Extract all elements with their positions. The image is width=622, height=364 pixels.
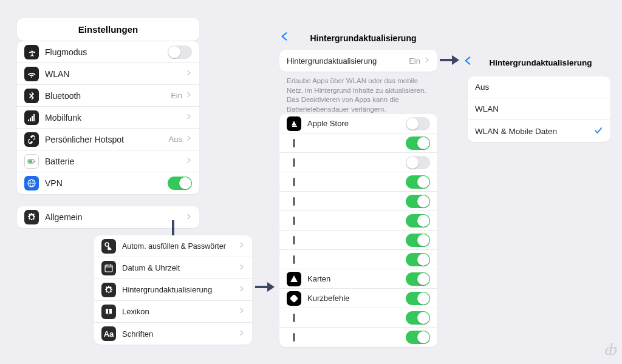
app-toggle[interactable] bbox=[406, 214, 430, 228]
option-row[interactable]: WLAN & Mobile Daten bbox=[468, 120, 610, 142]
row-vpn[interactable]: VPN bbox=[17, 172, 199, 194]
app-label: Apple Store bbox=[307, 119, 406, 128]
row-fonts[interactable]: Aa Schriften bbox=[94, 323, 252, 345]
app-icon bbox=[287, 116, 301, 131]
airplane-icon bbox=[24, 45, 39, 59]
gear-icon bbox=[24, 210, 39, 224]
book-icon bbox=[101, 305, 116, 319]
svg-rect-13 bbox=[35, 161, 35, 162]
app-toggle[interactable] bbox=[406, 253, 430, 266]
back-button[interactable] bbox=[463, 55, 473, 70]
app-row[interactable]: Kurzbefehle bbox=[279, 289, 437, 308]
app-icon-placeholder bbox=[287, 217, 301, 225]
app-icon-placeholder bbox=[287, 236, 301, 244]
app-row[interactable]: Karten bbox=[279, 269, 437, 289]
app-icon bbox=[287, 291, 301, 306]
row-label: Persönlicher Hotspot bbox=[45, 135, 169, 144]
row-background-refresh[interactable]: Hintergrundaktualisierung bbox=[94, 279, 252, 301]
app-toggle[interactable] bbox=[406, 175, 430, 189]
app-toggle[interactable] bbox=[406, 311, 430, 325]
app-label: Kurzbefehle bbox=[307, 294, 406, 303]
app-row[interactable] bbox=[279, 172, 437, 192]
app-icon-placeholder bbox=[287, 139, 301, 147]
airplane-toggle[interactable] bbox=[168, 46, 192, 59]
vpn-toggle[interactable] bbox=[168, 177, 192, 190]
row-label: Schriften bbox=[122, 329, 239, 339]
app-toggle[interactable] bbox=[406, 136, 430, 150]
vpn-icon bbox=[24, 176, 39, 190]
app-row[interactable] bbox=[279, 231, 437, 250]
option-label: WLAN & Mobile Daten bbox=[475, 127, 593, 136]
row-label: Bluetooth bbox=[45, 91, 171, 101]
hotspot-icon bbox=[24, 132, 39, 147]
option-row[interactable]: WLAN bbox=[468, 98, 610, 120]
row-lexicon[interactable]: Lexikon bbox=[94, 301, 252, 323]
row-label: VPN bbox=[45, 178, 168, 188]
option-row[interactable]: Aus bbox=[468, 76, 610, 98]
app-toggle[interactable] bbox=[406, 117, 430, 130]
row-hotspot[interactable]: Persönlicher Hotspot Aus bbox=[17, 129, 199, 150]
row-label: Datum & Uhrzeit bbox=[122, 263, 239, 272]
check-icon bbox=[593, 126, 603, 136]
chevron-right-icon bbox=[239, 241, 245, 251]
app-icon-placeholder bbox=[287, 197, 301, 206]
calendar-icon bbox=[101, 261, 116, 275]
row-label: Mobilfunk bbox=[45, 113, 186, 123]
app-toggle[interactable] bbox=[406, 272, 430, 286]
app-icon-placeholder bbox=[287, 158, 301, 167]
row-label: WLAN bbox=[45, 69, 186, 79]
row-label: Lexikon bbox=[122, 307, 239, 316]
app-toggle[interactable] bbox=[406, 195, 430, 208]
app-icon-placeholder bbox=[287, 314, 301, 322]
app-row[interactable] bbox=[279, 308, 437, 328]
row-label: Flugmodus bbox=[45, 47, 168, 57]
row-autofill-passwords[interactable]: Autom. ausfüllen & Passwörter bbox=[94, 235, 252, 257]
app-row[interactable] bbox=[279, 153, 437, 172]
chevron-right-icon bbox=[186, 212, 192, 223]
option-label: Aus bbox=[475, 83, 603, 92]
option-label: WLAN bbox=[475, 104, 603, 113]
row-wlan[interactable]: WLAN bbox=[17, 63, 199, 85]
chevron-right-icon bbox=[186, 69, 192, 79]
app-row[interactable] bbox=[279, 133, 437, 153]
row-label: Batterie bbox=[45, 157, 186, 166]
row-background-refresh-master[interactable]: Hintergrundaktualisierung Ein bbox=[279, 50, 437, 72]
settings-title: Einstellungen bbox=[17, 18, 199, 41]
fonts-icon: Aa bbox=[101, 326, 116, 341]
app-row[interactable] bbox=[279, 328, 437, 347]
row-date-time[interactable]: Datum & Uhrzeit bbox=[94, 257, 252, 279]
wifi-icon bbox=[24, 67, 39, 81]
cellular-icon bbox=[24, 110, 39, 125]
chevron-right-icon bbox=[424, 56, 430, 66]
app-row[interactable] bbox=[279, 250, 437, 269]
row-label: Autom. ausfüllen & Passwörter bbox=[122, 242, 239, 251]
app-row[interactable] bbox=[279, 192, 437, 211]
bluetooth-icon bbox=[24, 89, 39, 103]
app-row[interactable]: Apple Store bbox=[279, 114, 437, 133]
app-row[interactable] bbox=[279, 211, 437, 231]
row-status: Aus bbox=[169, 135, 182, 144]
row-label: Hintergrundaktualisierung bbox=[122, 285, 239, 294]
app-toggle[interactable] bbox=[406, 292, 430, 305]
chevron-right-icon bbox=[239, 263, 245, 273]
app-icon bbox=[287, 272, 301, 286]
options-title: Hintergrundaktualisierung bbox=[473, 58, 609, 67]
row-cellular[interactable]: Mobilfunk bbox=[17, 107, 199, 129]
app-toggle[interactable] bbox=[406, 156, 430, 169]
row-status: Ein bbox=[171, 91, 182, 100]
app-toggle[interactable] bbox=[406, 234, 430, 247]
row-status: Ein bbox=[409, 56, 420, 66]
row-bluetooth[interactable]: Bluetooth Ein bbox=[17, 85, 199, 107]
row-label: Hintergrundaktualisierung bbox=[287, 56, 409, 66]
chevron-right-icon bbox=[186, 90, 192, 101]
svg-rect-14 bbox=[29, 160, 32, 163]
refresh-title: Hintergrundaktualisierung bbox=[289, 33, 437, 43]
app-icon-placeholder bbox=[287, 178, 301, 186]
flow-arrow-icon bbox=[439, 51, 463, 72]
app-icon-placeholder bbox=[287, 255, 301, 264]
row-airplane-mode[interactable]: Flugmodus bbox=[17, 41, 199, 63]
chevron-right-icon bbox=[239, 285, 245, 295]
back-button[interactable] bbox=[279, 30, 289, 46]
row-battery[interactable]: Batterie bbox=[17, 150, 199, 172]
app-toggle[interactable] bbox=[406, 331, 430, 344]
